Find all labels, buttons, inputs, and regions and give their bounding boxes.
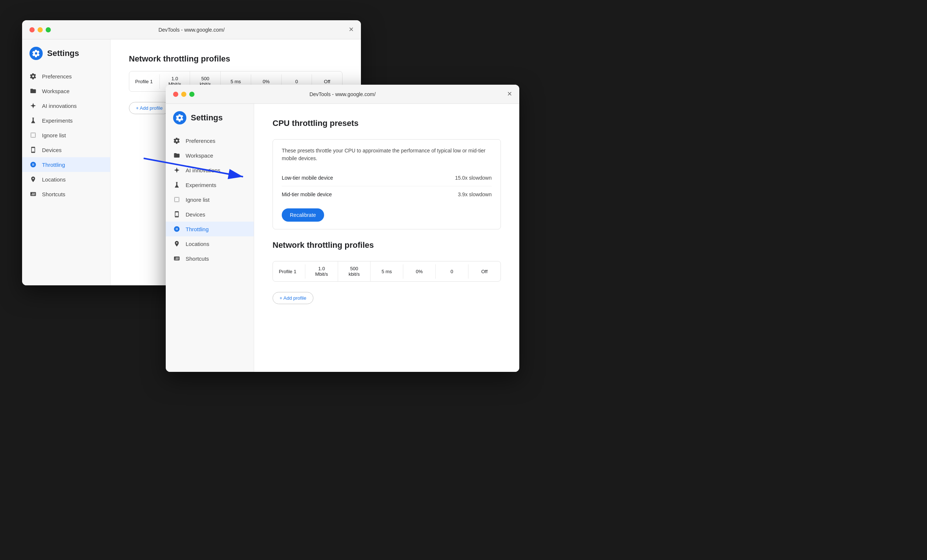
folder-icon-back: [29, 87, 37, 95]
devtools-window-front[interactable]: DevTools - www.google.com/ Settings Pref…: [166, 85, 519, 372]
profile-row-front: Profile 1 1.0 Mbit/s 500 kbit/s 5 ms 0% …: [273, 261, 500, 281]
ai-label-back: AI innovations: [42, 103, 77, 109]
shortcuts-label-back: Shortcuts: [42, 191, 65, 197]
network-profiles-title-front: Network throttling profiles: [272, 240, 501, 250]
recalibrate-button[interactable]: Recalibrate: [282, 208, 324, 222]
preset-mid-value: 3.9x slowdown: [458, 191, 492, 197]
profile-name-back: Profile 1: [129, 74, 160, 89]
window-title-back: DevTools - www.google.com/: [158, 27, 225, 33]
sidebar-item-ignore-front[interactable]: Ignore list: [166, 192, 254, 207]
gear-icon-large-front: [176, 114, 184, 122]
network-profiles-title-back: Network throttling profiles: [129, 54, 342, 64]
preset-row-low: Low-tier mobile device 15.0x slowdown: [282, 170, 492, 186]
profile-packet-loss-front: 0%: [403, 264, 436, 279]
preferences-label-back: Preferences: [42, 73, 72, 79]
sidebar-item-throttling-back[interactable]: Throttling: [22, 157, 110, 172]
sidebar-back: Settings Preferences Workspace AI innova…: [22, 39, 111, 285]
titlebar-front: DevTools - www.google.com/: [166, 85, 519, 104]
preset-low-name: Low-tier mobile device: [282, 175, 333, 181]
workspace-label-back: Workspace: [42, 88, 70, 94]
settings-icon-front: [173, 111, 186, 124]
minimize-button-back[interactable]: [38, 27, 43, 32]
location-icon-front: [173, 240, 181, 247]
sidebar-item-ignore-back[interactable]: Ignore list: [22, 128, 110, 143]
flask-icon-back: [29, 117, 37, 124]
sidebar-item-throttling-front[interactable]: Throttling: [166, 222, 254, 236]
locations-label-front: Locations: [185, 241, 209, 247]
sidebar-title-back: Settings: [47, 49, 79, 58]
keyboard-icon-back: [29, 190, 37, 198]
throttling-icon-back: [29, 161, 37, 168]
sidebar-item-experiments-back[interactable]: Experiments: [22, 113, 110, 128]
keyboard-icon-front: [173, 255, 181, 262]
sidebar-item-workspace-front[interactable]: Workspace: [166, 148, 254, 163]
profile-download-front: 1.0 Mbit/s: [305, 261, 338, 281]
settings-icon-back: [29, 47, 43, 60]
sidebar-item-workspace-back[interactable]: Workspace: [22, 83, 110, 98]
shortcuts-label-front: Shortcuts: [185, 255, 209, 262]
cpu-presets-box: These presets throttle your CPU to appro…: [272, 139, 501, 229]
preset-low-value: 15.0x slowdown: [455, 175, 492, 181]
sidebar-item-shortcuts-back[interactable]: Shortcuts: [22, 187, 110, 201]
sidebar-item-ai-back[interactable]: AI innovations: [22, 98, 110, 113]
sidebar-front: Settings Preferences Workspace AI innova…: [166, 104, 254, 372]
minimize-button-front[interactable]: [181, 92, 186, 97]
preferences-label-front: Preferences: [185, 138, 216, 144]
gear-icon-back: [29, 73, 37, 80]
sparkle-icon-front: [173, 166, 181, 174]
throttling-icon-front: [173, 225, 181, 233]
devices-label-front: Devices: [185, 211, 205, 218]
cpu-title-front: CPU throttling presets: [272, 118, 501, 128]
ai-label-front: AI innovations: [185, 167, 220, 173]
add-profile-button-back[interactable]: + Add profile: [129, 102, 170, 114]
titlebar-back: DevTools - www.google.com/: [22, 20, 361, 39]
profile-name-front: Profile 1: [273, 264, 305, 279]
preset-mid-name: Mid-tier mobile device: [282, 191, 332, 197]
add-profile-label-back: + Add profile: [136, 105, 163, 111]
profile-queue-front: 0: [436, 264, 468, 279]
profile-latency-front: 5 ms: [371, 264, 403, 279]
experiments-label-front: Experiments: [185, 182, 216, 188]
sidebar-item-ai-front[interactable]: AI innovations: [166, 163, 254, 178]
sidebar-item-preferences-back[interactable]: Preferences: [22, 69, 110, 83]
window-content-front: Settings Preferences Workspace AI innova…: [166, 104, 519, 372]
profile-upload-front: 500 kbit/s: [338, 261, 371, 281]
location-icon-back: [29, 176, 37, 183]
close-button-back[interactable]: [29, 27, 35, 32]
folder-icon-front: [173, 152, 181, 159]
main-content-front: × CPU throttling presets These presets t…: [254, 104, 519, 372]
maximize-button-front[interactable]: [189, 92, 195, 97]
window-title-front: DevTools - www.google.com/: [309, 91, 376, 97]
gear-icon-large-back: [32, 49, 40, 58]
profiles-table-front: Profile 1 1.0 Mbit/s 500 kbit/s 5 ms 0% …: [272, 261, 501, 282]
workspace-label-front: Workspace: [185, 152, 213, 159]
throttling-label-back: Throttling: [42, 162, 65, 168]
device-icon-front: [173, 211, 181, 218]
sidebar-title-front: Settings: [191, 113, 223, 123]
ignore-icon-front: [173, 196, 181, 203]
cpu-desc: These presets throttle your CPU to appro…: [282, 147, 492, 162]
profile-connection-front: Off: [468, 264, 500, 279]
add-profile-label-front: + Add profile: [280, 295, 306, 301]
device-icon-back: [29, 146, 37, 153]
locations-label-back: Locations: [42, 176, 65, 183]
throttling-label-front: Throttling: [185, 226, 209, 232]
ignore-icon-back: [29, 131, 37, 139]
flask-icon-front: [173, 181, 181, 188]
sparkle-icon-back: [29, 102, 37, 109]
sidebar-item-experiments-front[interactable]: Experiments: [166, 178, 254, 192]
window-controls-front: [173, 92, 195, 97]
add-profile-button-front[interactable]: + Add profile: [272, 292, 313, 304]
devices-label-back: Devices: [42, 147, 61, 153]
sidebar-item-devices-back[interactable]: Devices: [22, 143, 110, 157]
close-button-front[interactable]: [173, 92, 178, 97]
sidebar-item-locations-front[interactable]: Locations: [166, 236, 254, 251]
sidebar-item-locations-back[interactable]: Locations: [22, 172, 110, 187]
sidebar-item-devices-front[interactable]: Devices: [166, 207, 254, 222]
sidebar-item-shortcuts-front[interactable]: Shortcuts: [166, 251, 254, 266]
window-controls-back: [29, 27, 51, 32]
sidebar-item-preferences-front[interactable]: Preferences: [166, 133, 254, 148]
maximize-button-back[interactable]: [46, 27, 51, 32]
preset-row-mid: Mid-tier mobile device 3.9x slowdown: [282, 186, 492, 202]
gear-icon-front: [173, 137, 181, 144]
